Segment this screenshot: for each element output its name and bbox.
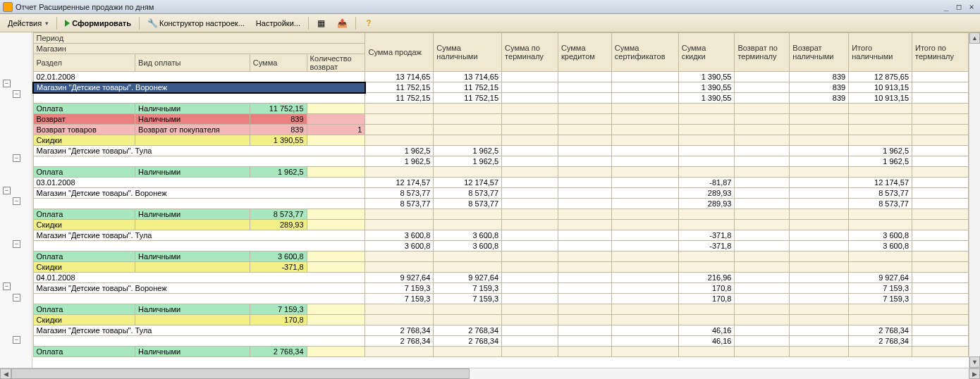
value-cell[interactable]	[790, 156, 849, 167]
section-cell[interactable]: Скидки	[33, 315, 135, 325]
value-cell[interactable]	[790, 104, 849, 114]
value-cell[interactable]	[912, 156, 969, 167]
value-cell[interactable]: 2 768,34	[365, 325, 434, 336]
table-row[interactable]: ОплатаНаличными3 600,8	[33, 251, 969, 262]
value-cell[interactable]	[611, 241, 678, 251]
value-cell[interactable]	[502, 347, 558, 357]
value-cell[interactable]	[502, 114, 558, 125]
table-row[interactable]: Магазин "Детские товары". Воронеж8 573,7…	[33, 188, 969, 199]
col-sales-sum[interactable]: Сумма продаж	[365, 33, 434, 72]
table-row[interactable]: Скидки289,93	[33, 220, 969, 230]
value-cell[interactable]	[611, 125, 678, 135]
value-cell[interactable]	[611, 72, 678, 82]
table-row[interactable]: Магазин "Детские товары". Воронеж11 752,…	[33, 82, 969, 93]
value-cell[interactable]	[735, 273, 790, 283]
value-cell[interactable]	[735, 209, 790, 220]
col-store[interactable]: Магазин	[33, 44, 365, 54]
value-cell[interactable]	[365, 167, 434, 178]
sum-cell[interactable]: 170,8	[250, 315, 307, 325]
help-button[interactable]: ?	[359, 16, 379, 30]
section-cell[interactable]: Оплата	[33, 104, 135, 114]
value-cell[interactable]	[434, 135, 502, 146]
value-cell[interactable]	[502, 336, 558, 347]
value-cell[interactable]: 1 962,5	[849, 156, 912, 167]
table-row[interactable]: 1 962,51 962,51 962,5	[33, 156, 969, 167]
col-qty-return[interactable]: Количество возврат	[307, 54, 365, 72]
value-cell[interactable]	[365, 114, 434, 125]
value-cell[interactable]	[502, 146, 558, 156]
value-cell[interactable]	[558, 146, 611, 156]
value-cell[interactable]	[434, 347, 502, 357]
value-cell[interactable]	[912, 347, 969, 357]
maximize-button[interactable]: □	[953, 2, 964, 12]
table-row[interactable]: Скидки-371,8	[33, 262, 969, 273]
value-cell[interactable]	[502, 220, 558, 230]
value-cell[interactable]	[678, 209, 735, 220]
qty-cell[interactable]	[307, 104, 365, 114]
value-cell[interactable]: 11 752,15	[434, 82, 502, 93]
value-cell[interactable]	[735, 199, 790, 209]
value-cell[interactable]: 2 768,34	[849, 325, 912, 336]
value-cell[interactable]: 8 573,77	[849, 199, 912, 209]
value-cell[interactable]	[912, 114, 969, 125]
value-cell[interactable]	[912, 146, 969, 156]
value-cell[interactable]	[849, 262, 912, 273]
value-cell[interactable]: 1 962,5	[434, 146, 502, 156]
value-cell[interactable]: 12 174,57	[365, 178, 434, 188]
value-cell[interactable]	[678, 156, 735, 167]
paytype-cell[interactable]: Наличными	[135, 114, 250, 125]
value-cell[interactable]	[849, 209, 912, 220]
value-cell[interactable]: 13 714,65	[434, 72, 502, 82]
date-cell[interactable]: 02.01.2008	[33, 72, 365, 82]
value-cell[interactable]: 12 174,57	[849, 178, 912, 188]
value-cell[interactable]	[611, 188, 678, 199]
value-cell[interactable]	[434, 209, 502, 220]
store-cell[interactable]: Магазин "Детские товары". Тула	[33, 146, 365, 156]
value-cell[interactable]: 3 600,8	[434, 230, 502, 241]
value-cell[interactable]	[849, 251, 912, 262]
value-cell[interactable]	[790, 167, 849, 178]
close-button[interactable]: ✕	[966, 2, 977, 12]
col-return-terminal[interactable]: Возврат по терминалу	[735, 33, 790, 72]
value-cell[interactable]	[365, 315, 434, 325]
value-cell[interactable]	[912, 262, 969, 273]
table-row[interactable]: 8 573,778 573,77289,938 573,77	[33, 199, 969, 209]
value-cell[interactable]	[502, 188, 558, 199]
value-cell[interactable]	[558, 199, 611, 209]
value-cell[interactable]: 11 752,15	[365, 82, 434, 93]
value-cell[interactable]	[912, 230, 969, 241]
section-cell[interactable]: Оплата	[33, 347, 135, 357]
value-cell[interactable]	[735, 125, 790, 135]
qty-cell[interactable]	[307, 114, 365, 125]
value-cell[interactable]: 11 752,15	[365, 93, 434, 104]
value-cell[interactable]	[735, 72, 790, 82]
paytype-cell[interactable]	[135, 315, 250, 325]
value-cell[interactable]: 289,93	[678, 199, 735, 209]
scroll-right-icon[interactable]: ▶	[969, 368, 980, 379]
col-sum[interactable]: Сумма	[250, 54, 307, 72]
value-cell[interactable]	[735, 325, 790, 336]
value-cell[interactable]	[790, 114, 849, 125]
table-row[interactable]: 11 752,1511 752,151 390,5583910 913,15	[33, 93, 969, 104]
sum-cell[interactable]: 3 600,8	[250, 251, 307, 262]
value-cell[interactable]	[365, 104, 434, 114]
outline-toggle[interactable]: −	[13, 154, 20, 162]
paytype-cell[interactable]	[135, 220, 250, 230]
value-cell[interactable]	[912, 325, 969, 336]
qty-cell[interactable]	[307, 167, 365, 178]
generate-button[interactable]: Сформировать	[60, 17, 136, 30]
value-cell[interactable]	[735, 188, 790, 199]
value-cell[interactable]	[558, 104, 611, 114]
value-cell[interactable]	[434, 220, 502, 230]
value-cell[interactable]: 7 159,3	[365, 294, 434, 304]
table-row[interactable]: ОплатаНаличными7 159,3	[33, 304, 969, 315]
sum-cell[interactable]: 839	[250, 114, 307, 125]
vertical-scrollbar[interactable]: ▲ ▼	[969, 32, 980, 368]
value-cell[interactable]: 9 927,64	[434, 273, 502, 283]
value-cell[interactable]	[735, 230, 790, 241]
outline-toggle[interactable]: −	[13, 336, 20, 344]
qty-cell[interactable]	[307, 135, 365, 146]
table-row[interactable]: ОплатаНаличными2 768,34	[33, 347, 969, 357]
value-cell[interactable]	[912, 304, 969, 315]
value-cell[interactable]: 10 913,15	[849, 93, 912, 104]
